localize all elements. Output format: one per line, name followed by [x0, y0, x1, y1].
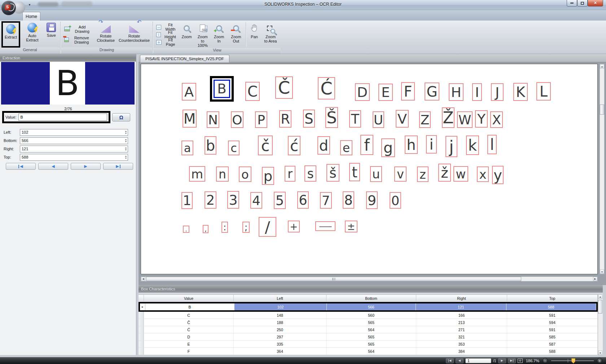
- rotate-clockwise-button[interactable]: ↷ Rotate Clockwise: [95, 21, 117, 48]
- cell-value[interactable]: Č: [144, 319, 234, 326]
- cell-bottom[interactable]: 565: [326, 319, 416, 326]
- cell-bottom[interactable]: 565: [326, 333, 416, 340]
- char-box-k[interactable]: k: [466, 136, 479, 155]
- char-box-h[interactable]: h: [405, 136, 418, 154]
- cell-top[interactable]: 591: [507, 312, 598, 319]
- char-box-4[interactable]: 4: [250, 192, 262, 209]
- first-page-button[interactable]: ◀: [446, 358, 454, 363]
- char-box-.[interactable]: .: [183, 226, 189, 233]
- char-box-+[interactable]: +: [288, 221, 300, 232]
- char-box-v[interactable]: v: [394, 167, 407, 182]
- char-box-2[interactable]: 2: [205, 191, 216, 209]
- rotate-counterclockwise-button[interactable]: ↶ Rotate Counterclockwise: [118, 21, 151, 48]
- table-row-C[interactable]: C148560166591: [139, 312, 598, 319]
- char-box-L[interactable]: L: [536, 82, 551, 101]
- fit-page-button[interactable]: ↔↕ Fit Page: [155, 39, 179, 45]
- char-box-m[interactable]: m: [189, 166, 205, 182]
- page-number-input[interactable]: [465, 358, 491, 363]
- char-box-i[interactable]: i: [426, 135, 437, 154]
- column-header-top[interactable]: Top: [507, 295, 598, 302]
- cell-top[interactable]: 591: [507, 326, 598, 333]
- char-box-B[interactable]: B: [210, 76, 234, 102]
- char-box-J[interactable]: J: [491, 83, 504, 101]
- scroll-up-icon[interactable]: ▲: [598, 294, 602, 299]
- cell-value[interactable]: C: [144, 312, 234, 319]
- cell-bottom[interactable]: 566: [327, 303, 416, 310]
- zoom-button[interactable]: Zoom: [180, 21, 194, 48]
- next-page-button[interactable]: ▶: [498, 358, 506, 363]
- restore-button[interactable]: [577, 0, 588, 6]
- char-box-9[interactable]: 9: [366, 191, 378, 209]
- auto-extract-button[interactable]: Auto Extract: [21, 21, 44, 48]
- top-field[interactable]: 588 ▲▼: [20, 154, 128, 161]
- char-box-F[interactable]: F: [401, 82, 415, 101]
- char-box-p[interactable]: p: [262, 167, 274, 185]
- cell-top[interactable]: 588: [507, 348, 598, 355]
- scroll-up-icon[interactable]: ▲: [600, 64, 604, 68]
- char-box-t[interactable]: t: [349, 163, 360, 181]
- char-box-W[interactable]: W: [457, 111, 473, 128]
- cell-right[interactable]: 121: [416, 303, 506, 310]
- spinner-arrows-icon[interactable]: ▲▼: [125, 146, 127, 152]
- cell-value[interactable]: D: [144, 333, 234, 340]
- table-row-Č[interactable]: Č188565213594: [139, 319, 598, 326]
- char-box-x[interactable]: x: [477, 167, 489, 182]
- char-box-A[interactable]: A: [182, 83, 196, 101]
- char-box-z[interactable]: z: [417, 167, 429, 182]
- tab-home[interactable]: Home: [22, 12, 40, 21]
- char-box-1[interactable]: 1: [181, 192, 193, 209]
- char-box-Y[interactable]: Y: [475, 110, 488, 128]
- char-box-Ć[interactable]: Ć: [318, 77, 335, 99]
- char-box-o[interactable]: o: [239, 167, 251, 182]
- previous-page-button[interactable]: ◀: [456, 358, 464, 363]
- table-vertical-scrollbar[interactable]: ▲ ▼: [598, 294, 603, 355]
- spinner-arrows-icon[interactable]: ▲▼: [125, 154, 127, 160]
- cell-top[interactable]: 594: [507, 319, 598, 326]
- char-box-ć[interactable]: ć: [288, 136, 300, 155]
- char-box-S[interactable]: S: [303, 110, 315, 128]
- zoom-out-slider-button[interactable]: −: [543, 358, 548, 363]
- char-box-K[interactable]: K: [513, 83, 528, 101]
- char-box-D[interactable]: D: [355, 83, 370, 101]
- char-box-Z[interactable]: Z: [419, 111, 431, 128]
- char-box-e[interactable]: e: [340, 140, 352, 155]
- table-scroll-thumb[interactable]: [598, 300, 602, 314]
- fit-height-button[interactable]: ↕ Fit Height: [155, 31, 179, 38]
- column-header-right[interactable]: Right: [416, 295, 507, 302]
- char-box-w[interactable]: w: [453, 166, 468, 182]
- cell-bottom[interactable]: 565: [326, 341, 416, 347]
- scroll-right-icon[interactable]: ▶: [593, 277, 597, 281]
- bottom-field[interactable]: 566 ▲▼: [20, 137, 128, 144]
- row-selector-stub[interactable]: ▸: [140, 303, 145, 310]
- cell-bottom[interactable]: 564: [326, 326, 416, 333]
- cell-left[interactable]: 297: [234, 333, 326, 340]
- char-box-u[interactable]: u: [370, 166, 382, 182]
- char-box-U[interactable]: U: [373, 111, 384, 128]
- cell-right[interactable]: 271: [416, 326, 507, 333]
- document-tab[interactable]: PISAVE INSPECTION_Simplex_IV25.PDF: [140, 55, 229, 62]
- zoom-in-button[interactable]: + Zoom In: [211, 21, 227, 48]
- char-box-0[interactable]: 0: [390, 192, 401, 209]
- cell-left[interactable]: 335: [234, 341, 326, 347]
- char-box-I[interactable]: I: [472, 83, 482, 101]
- char-box-,[interactable]: ,: [203, 225, 208, 233]
- zoom-in-slider-button[interactable]: +: [597, 358, 602, 363]
- char-box-Š[interactable]: Š: [325, 107, 338, 128]
- cell-left[interactable]: 148: [234, 312, 326, 319]
- cell-bottom[interactable]: 564: [326, 348, 416, 355]
- first-character-button[interactable]: ◀: [6, 163, 36, 170]
- char-box-n[interactable]: n: [216, 167, 229, 182]
- table-row-Ć[interactable]: Ć250564271591: [139, 326, 598, 333]
- right-field[interactable]: 121 ▲▼: [20, 146, 128, 152]
- char-box-8[interactable]: 8: [343, 191, 354, 209]
- char-box-š[interactable]: š: [326, 164, 339, 182]
- cell-top[interactable]: 585: [507, 333, 598, 340]
- last-page-button[interactable]: ▶: [508, 358, 516, 363]
- vertical-scrollbar[interactable]: ▲ ▼: [600, 64, 605, 274]
- row-selector-stub[interactable]: [139, 348, 144, 355]
- char-box-V[interactable]: V: [396, 110, 409, 128]
- horizontal-scrollbar[interactable]: ◀ ▶: [141, 276, 598, 281]
- char-box-7[interactable]: 7: [320, 192, 332, 209]
- cell-left[interactable]: 364: [234, 348, 326, 355]
- table-row-D[interactable]: D297565321585: [139, 333, 598, 341]
